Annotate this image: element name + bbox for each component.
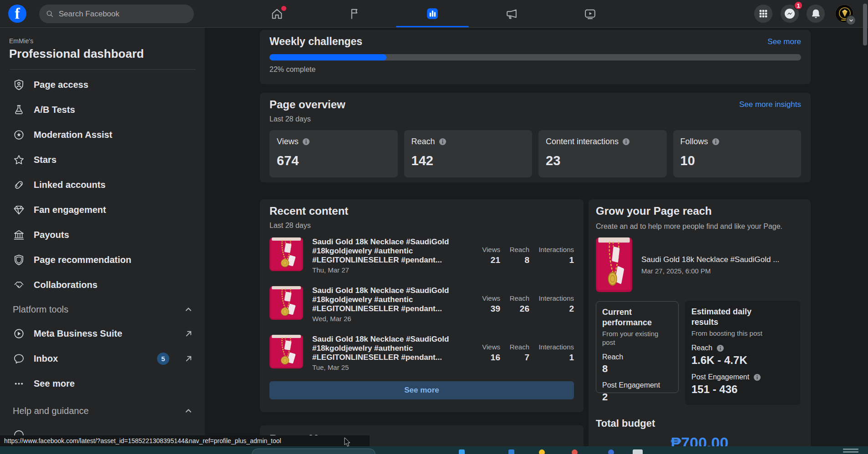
stat-header: Views (479, 246, 500, 253)
info-icon[interactable] (439, 138, 447, 146)
sidebar-item-inbox[interactable]: Inbox 5 (9, 346, 197, 371)
sidebar-item-collaborations[interactable]: Collaborations (9, 272, 197, 298)
current-performance-subtitle: From your existing post (602, 329, 672, 347)
nav-tab-video[interactable] (553, 0, 626, 27)
post-thumbnail (269, 237, 303, 271)
sidebar-item-payouts[interactable]: Payouts (9, 222, 197, 247)
ellipsis-icon (13, 378, 25, 390)
insights-icon (426, 7, 439, 20)
sidebar-item-meta-business-suite[interactable]: Meta Business Suite (9, 321, 197, 346)
status-bar-url: https://www.facebook.com/latest/?asset_i… (0, 435, 370, 447)
stat-reach: 26 (509, 304, 529, 314)
stat-views: 39 (479, 304, 500, 314)
stat-views: 16 (479, 353, 500, 363)
flag-icon (348, 7, 361, 20)
sidebar-divider (10, 69, 196, 70)
sidebar-item-see-more[interactable]: See more (9, 371, 197, 396)
stat-interactions: 1 (538, 353, 574, 363)
boost-post-preview[interactable]: Saudi Gold 18k Necklace #SaudiGold ... M… (596, 237, 803, 292)
section-platform-tools[interactable]: Platform tools (9, 298, 197, 321)
sidebar-item-page-access[interactable]: Page access (9, 72, 197, 97)
recent-content-card: Recent content Last 28 days Saudi Gold 1… (260, 199, 584, 412)
nav-tab-insights-active[interactable] (396, 0, 469, 27)
taskbar-app-icon[interactable] (608, 449, 614, 454)
metric-tile-reach[interactable]: Reach 142 (404, 130, 533, 177)
metric-tile-follows[interactable]: Follows 10 (673, 130, 802, 177)
weekly-progress-fill (269, 54, 386, 61)
weekly-see-more-link[interactable]: See more (767, 37, 801, 46)
facebook-professional-dashboard: f Search Facebook 1 (0, 0, 868, 454)
weekly-progress-bar (269, 54, 801, 61)
grow-page-reach-card: Grow your Page reach Create an ad to hel… (589, 199, 811, 454)
metric-tile-views[interactable]: Views 674 (269, 130, 398, 177)
recent-content-title: Recent content (269, 205, 574, 217)
stat-interactions: 2 (538, 304, 574, 314)
weekly-progress-label: 22% complete (269, 66, 801, 74)
taskbar-clock (843, 449, 858, 450)
current-engagement-value: 2 (602, 391, 672, 403)
menu-button[interactable] (754, 5, 772, 23)
recent-content-see-more-button[interactable]: See more (269, 381, 574, 399)
sidebar-item-label: Payouts (34, 230, 69, 240)
diamond-icon (13, 204, 25, 216)
sidebar-title: Professional dashboard (9, 47, 197, 61)
search-icon (46, 10, 54, 18)
active-tab-underline (396, 26, 469, 27)
page-scrollbar-thumb[interactable] (863, 4, 867, 45)
sidebar-item-moderation-assist[interactable]: Moderation Assist (9, 122, 197, 147)
taskbar-search-box[interactable] (252, 449, 376, 454)
section-label: Help and guidance (13, 406, 89, 416)
estimated-results-subtitle: From boosting this post (691, 329, 794, 338)
notifications-button[interactable] (807, 5, 825, 23)
sidebar-item-linked-accounts[interactable]: Linked accounts (9, 172, 197, 197)
current-reach-value: 8 (602, 363, 672, 375)
post-row[interactable]: Saudi Gold 18k Necklace #SaudiGold #18kg… (269, 286, 574, 320)
sidebar: EmMie's Professional dashboard Page acce… (0, 27, 205, 454)
nav-tab-ads[interactable] (475, 0, 548, 27)
page-overview-title: Page overview (269, 98, 345, 111)
stat-header: Views (479, 343, 500, 351)
grow-subtitle: Create an ad to help more people find an… (596, 222, 803, 231)
taskbar-app-icon[interactable] (572, 449, 578, 454)
menu-grid-icon (757, 8, 769, 20)
taskbar-app-icon[interactable] (508, 449, 514, 454)
sidebar-item-ab-tests[interactable]: A/B Tests (9, 97, 197, 122)
sidebar-item-label: Inbox (34, 353, 58, 364)
sidebar-item-fan-engagement[interactable]: Fan engagement (9, 197, 197, 222)
info-icon[interactable] (753, 373, 761, 381)
account-menu-chevron[interactable] (846, 15, 856, 25)
stat-header: Interactions (538, 343, 574, 351)
metric-label: Post Engagement (602, 381, 660, 389)
sidebar-item-label: A/B Tests (34, 105, 75, 115)
nav-tab-home[interactable] (240, 0, 313, 27)
sidebar-item-label: Page recommendation (34, 255, 132, 265)
section-help-and-guidance[interactable]: Help and guidance (9, 399, 197, 423)
estimated-daily-results-box: Estimated daily results From boosting th… (685, 301, 800, 405)
bank-icon (13, 229, 25, 241)
estimated-engagement-value: 151 - 436 (691, 383, 794, 396)
sidebar-item-page-recommendation[interactable]: Page recommendation (9, 247, 197, 272)
nav-tab-pages[interactable] (318, 0, 391, 27)
post-row[interactable]: Saudi Gold 18k Necklace #SaudiGold #18kg… (269, 335, 574, 369)
sidebar-item-stars[interactable]: Stars (9, 147, 197, 172)
info-icon[interactable] (622, 138, 630, 146)
estimated-results-title: Estimated daily results (691, 307, 764, 328)
post-date: Thu, Mar 27 (312, 266, 472, 274)
grow-title: Grow your Page reach (596, 205, 803, 217)
stat-header: Interactions (538, 294, 574, 302)
post-row[interactable]: Saudi Gold 18k Necklace #SaudiGold #18kg… (269, 237, 574, 272)
taskbar-app-icon[interactable] (459, 449, 465, 454)
info-icon[interactable] (712, 138, 720, 146)
taskbar-app-icon-active[interactable] (633, 449, 643, 454)
info-icon[interactable] (302, 138, 310, 146)
facebook-logo[interactable]: f (8, 5, 26, 23)
weekly-challenges-title: Weekly challenges (269, 35, 362, 48)
see-more-insights-link[interactable]: See more insights (739, 100, 801, 109)
taskbar-app-icon[interactable] (539, 449, 545, 454)
search-input[interactable]: Search Facebook (39, 5, 194, 23)
info-icon[interactable] (716, 344, 724, 352)
moderation-icon (13, 129, 25, 141)
metric-tile-content-interactions[interactable]: Content interactions 23 (538, 130, 667, 177)
taskbar-date (843, 451, 858, 453)
video-icon (584, 7, 597, 20)
